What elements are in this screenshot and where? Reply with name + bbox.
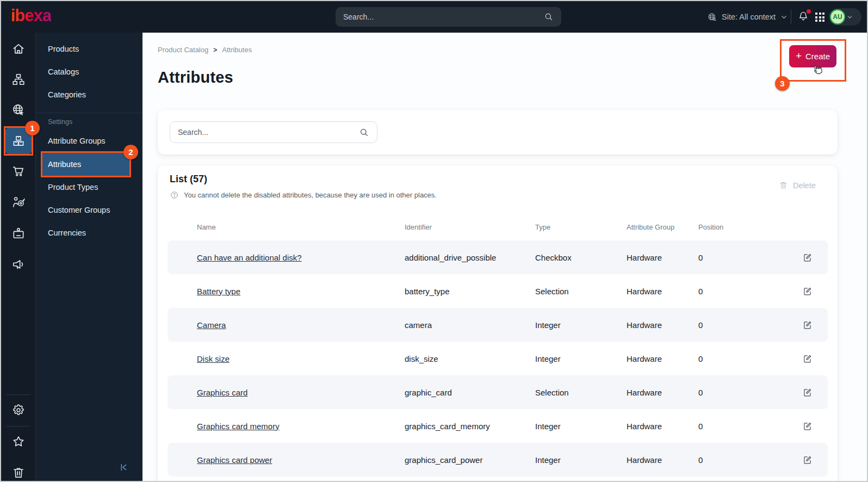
rail-divider (7, 394, 30, 395)
attribute-identifier: additional_drive_possible (405, 253, 535, 262)
attribute-name-link[interactable]: Graphics card (197, 388, 247, 397)
attribute-group: Hardware (627, 287, 698, 296)
rail-item-home[interactable] (1, 35, 36, 63)
rail-item-site[interactable] (1, 96, 36, 124)
attribute-name-link[interactable]: Can have an additional disk? (197, 253, 302, 262)
attribute-type: Integer (535, 320, 627, 330)
attribute-group: Hardware (627, 320, 698, 330)
sidebar-divider (36, 113, 142, 113)
attribute-identifier: graphic_card (405, 388, 535, 397)
sidebar-item-product-types[interactable]: Product Types (36, 176, 142, 199)
notifications-button[interactable] (797, 10, 810, 23)
edit-button[interactable] (796, 354, 818, 364)
gear-icon (11, 403, 26, 417)
sidebar-item-customer-groups[interactable]: Customer Groups (36, 199, 142, 221)
delete-button[interactable]: Delete (779, 181, 816, 190)
rail-divider (7, 426, 30, 427)
top-bar: ibexa Search... Site: All context (1, 1, 868, 33)
breadcrumb-item-product-catalog[interactable]: Product Catalog (158, 46, 208, 54)
attribute-group: Hardware (627, 253, 698, 262)
delete-button-label: Delete (793, 181, 816, 190)
attribute-group: Hardware (627, 388, 698, 397)
icon-rail: 1 (1, 33, 36, 482)
global-search-input[interactable]: Search... (336, 7, 561, 27)
table-row: Graphics card graphic_card Selection Har… (168, 375, 828, 409)
customer-portal-badge-icon (11, 226, 26, 240)
attribute-table-body: Can have an additional disk? additional_… (168, 240, 828, 477)
attribute-identifier: graphics_card_power (405, 455, 535, 465)
rail-item-settings[interactable] (1, 396, 36, 424)
trash-icon (779, 181, 788, 190)
edit-button[interactable] (796, 421, 818, 431)
attribute-position: 0 (698, 253, 796, 262)
breadcrumb: Product Catalog > Attributes (158, 46, 252, 54)
list-search-input[interactable]: Search... (170, 121, 377, 143)
breadcrumb-item-attributes[interactable]: Attributes (222, 46, 252, 54)
app-window: ibexa Search... Site: All context (0, 0, 868, 482)
app-switcher-button[interactable] (815, 13, 824, 22)
attribute-position: 0 (698, 388, 796, 397)
user-menu[interactable]: AU (829, 8, 861, 26)
table-row: Can have an additional disk? additional_… (168, 240, 828, 274)
attribute-name-link[interactable]: Disk size (197, 354, 230, 363)
list-info-text: You cannot delete the disabled attribute… (184, 191, 437, 199)
home-icon (11, 42, 26, 56)
attribute-type: Integer (535, 422, 627, 431)
rail-item-customer-portal[interactable] (1, 219, 36, 248)
avatar-chevron-icon (846, 14, 853, 21)
attribute-type: Checkbox (535, 253, 627, 262)
attribute-group: Hardware (627, 422, 698, 431)
rail-item-campaign[interactable] (1, 250, 36, 279)
edit-icon (802, 320, 813, 330)
attribute-name-link[interactable]: Graphics card memory (197, 422, 280, 431)
attribute-identifier: disk_size (405, 354, 535, 363)
list-info: You cannot delete the disabled attribute… (170, 190, 437, 200)
attribute-position: 0 (698, 320, 796, 330)
sidebar-item-products[interactable]: Products (36, 38, 142, 60)
customers-target-icon (11, 195, 26, 209)
rail-item-bookmarks[interactable] (1, 428, 36, 456)
edit-button[interactable] (796, 320, 818, 330)
attribute-name-link[interactable]: Graphics card power (197, 455, 272, 465)
column-header-name: Name (197, 223, 405, 231)
edit-icon (802, 421, 813, 431)
topbar-divider (791, 10, 791, 24)
rail-item-customers[interactable] (1, 188, 36, 217)
attribute-group: Hardware (627, 455, 698, 465)
cursor-pointer-icon (810, 64, 823, 77)
step-badge-2: 2 (123, 145, 138, 159)
edit-button[interactable] (796, 455, 818, 465)
site-context-selector[interactable]: Site: All context (707, 1, 788, 33)
site-context-label: Site: All context (722, 13, 776, 21)
rail-item-trash[interactable] (1, 459, 36, 482)
notification-dot (807, 9, 811, 14)
attribute-position: 0 (698, 422, 796, 431)
ibexa-logo[interactable]: ibexa (11, 6, 51, 26)
table-row: Graphics card memory graphics_card_memor… (168, 409, 828, 443)
attribute-type: Selection (535, 388, 627, 397)
table-row: Graphics card power graphics_card_power … (168, 443, 828, 477)
column-header-position: Position (698, 223, 796, 231)
commerce-cart-icon (11, 164, 26, 178)
sidebar-item-attributes[interactable]: Attributes (48, 153, 81, 176)
step-badge-3: 3 (775, 76, 790, 91)
attribute-name-link[interactable]: Camera (197, 320, 226, 330)
edit-button[interactable] (796, 286, 818, 296)
table-row: Camera camera Integer Hardware 0 (168, 308, 828, 342)
attribute-group: Hardware (627, 354, 698, 363)
sidebar-menu: Products Catalogs Categories Settings At… (36, 33, 142, 482)
sidebar-collapse-button[interactable] (117, 461, 129, 473)
edit-button[interactable] (796, 387, 818, 398)
table-row: Battery type battery_type Selection Hard… (168, 274, 828, 308)
rail-item-commerce[interactable] (1, 157, 36, 186)
attribute-position: 0 (698, 287, 796, 296)
attribute-identifier: camera (405, 320, 535, 330)
list-search-placeholder: Search... (178, 128, 359, 137)
attribute-name-link[interactable]: Battery type (197, 287, 240, 296)
edit-icon (802, 252, 813, 263)
sidebar-item-catalogs[interactable]: Catalogs (36, 60, 142, 83)
sidebar-item-currencies[interactable]: Currencies (36, 221, 142, 244)
edit-button[interactable] (796, 252, 818, 263)
rail-item-content[interactable] (1, 65, 36, 94)
sidebar-item-categories[interactable]: Categories (36, 83, 142, 106)
